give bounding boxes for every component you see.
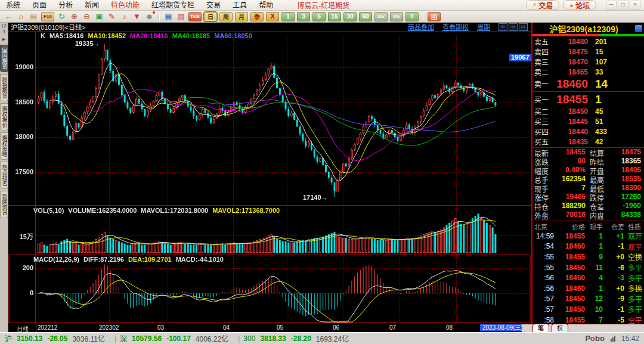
pane-layout-icon[interactable]: ▭ <box>519 23 528 31</box>
price-tick-18500: 18500 <box>8 98 33 106</box>
bid-row-买三[interactable]: 买三1844551 <box>532 116 644 126</box>
trade-button[interactable]: ⚡交易 <box>526 0 560 10</box>
period-15min-button[interactable]: 15 <box>328 12 341 21</box>
menu-系统[interactable]: 系统 <box>0 0 26 11</box>
period-custom-button[interactable]: X <box>266 12 279 21</box>
menu-交易[interactable]: 交易 <box>200 0 227 11</box>
sidebar-tab-期权策略[interactable]: 期权策略 <box>0 132 8 160</box>
vol-label: MAVOL1:172031.8000 <box>141 207 208 214</box>
menu-帮助[interactable]: 帮助 <box>253 0 279 11</box>
price-tag: 19067 <box>509 54 531 61</box>
ask-row-卖一[interactable]: 卖一1846014 <box>532 77 644 91</box>
filter-icon[interactable]: ▼ <box>132 12 142 21</box>
link-周期[interactable]: 周期 <box>477 22 490 32</box>
period-4hr-button[interactable]: 4hr <box>390 12 403 21</box>
period-60min-button[interactable]: 60 <box>359 12 372 21</box>
period-month-button[interactable]: 月 <box>235 12 248 21</box>
volume-tick: 15万 <box>8 231 33 241</box>
sidebar-tab-新闻资讯[interactable]: 新闻资讯 <box>0 191 8 218</box>
macd-tick-200: 200 <box>8 264 33 271</box>
cursor-date-box: 2023-08-09(三) <box>480 324 525 331</box>
macd-label: DEA:109.2701 <box>128 256 172 263</box>
sidebar-pager: 12 <box>1 23 7 29</box>
x-tick-07: 07 <box>389 324 396 331</box>
forum-button[interactable]: ●论坛 <box>563 0 596 10</box>
x-axis: 日线 202212202302030405060708 2023-08-09(三… <box>8 324 531 332</box>
sidebar-expand-arrow[interactable]: ▶ <box>2 37 5 42</box>
macd-label: DIFF:87.2196 <box>83 256 124 263</box>
period-quarter-button[interactable]: 季 <box>250 12 264 21</box>
lightning-icon: ⚡ <box>532 1 537 9</box>
news-icon[interactable]: ▤ <box>29 12 39 21</box>
ask-row-卖二[interactable]: 卖二1846533 <box>532 67 644 77</box>
ma-label: MA60:18050 <box>214 32 252 39</box>
quote-panel: 沪铝2309(a12309) 卖五18480201卖四1847515卖三1847… <box>532 23 644 332</box>
bid-row-买二[interactable]: 买二1845045 <box>532 106 644 116</box>
ask-row-卖五[interactable]: 卖五18480201 <box>532 36 644 47</box>
volume-indicator-row: VOL(5,10)VOLUME:162354.0000MAVOL1:172031… <box>33 207 284 214</box>
high-annotation: 19335→ <box>75 40 100 47</box>
x-tick-202212: 202212 <box>38 324 57 331</box>
menu-特色功能[interactable]: 特色功能 <box>105 0 145 11</box>
period-day-button[interactable]: 日 <box>204 12 217 21</box>
period-year-button[interactable]: Y <box>405 12 419 21</box>
ask-row-卖四[interactable]: 卖四1847515 <box>532 47 644 57</box>
stat-外盘: 外盘78016 <box>532 210 588 221</box>
zoom-out-icon[interactable]: ⊖ <box>82 12 92 21</box>
ask-row-卖三[interactable]: 卖三18470107 <box>532 57 644 67</box>
overlay-icon[interactable]: ▣ <box>94 12 104 21</box>
alert-icon[interactable]: ♪ <box>119 12 129 21</box>
link-商品叠加[interactable]: 商品叠加 <box>408 22 434 32</box>
period-5min-button[interactable]: 5 <box>312 12 326 21</box>
next-pane-icon[interactable]: ⇒ <box>509 23 518 31</box>
bid-row-买一[interactable]: 买一184551 <box>532 92 644 106</box>
menu-分析[interactable]: 分析 <box>52 0 79 11</box>
tab-tick[interactable]: 笔 <box>532 324 549 332</box>
bid-row-买四[interactable]: 买四18440433 <box>532 126 644 137</box>
draw-icon[interactable]: ✎ <box>107 12 117 21</box>
user-icon[interactable]: ☻ <box>144 12 154 21</box>
period-week-button[interactable]: 周 <box>219 12 233 21</box>
ma-label: MA10:18452 <box>88 32 126 39</box>
sidebar-tab-期权报价[interactable]: 期权报价 <box>0 103 8 131</box>
menu-红塔期货专栏[interactable]: 红塔期货专栏 <box>145 0 200 11</box>
panel-settings-icon[interactable] <box>635 25 642 32</box>
period-2hr-button[interactable]: 2hr <box>374 12 388 21</box>
sidebar-tab-股指期货[interactable]: 股指期货 <box>0 74 8 101</box>
toolbar: ←⌂▤F10↻⊕⊖▣✎♪▼☻▦▨Tick日周月季X1351530602hr4hr… <box>0 11 644 23</box>
link-查看期权[interactable]: 查看期权 <box>442 22 469 32</box>
tick-row: :551845011-6多平 <box>532 262 644 273</box>
low-annotation: 17140→ <box>303 194 328 201</box>
menu-工具[interactable]: 工具 <box>227 0 253 11</box>
kline-chart-canvas[interactable] <box>8 32 531 324</box>
period-1min-button[interactable]: 1 <box>281 12 295 21</box>
chart-header: 沪铝2309(010109)<日线> 商品叠加查看期权周期 ⇐⇒▭ <box>8 23 531 32</box>
x-tick-03: 03 <box>157 324 164 331</box>
close-button[interactable]: × <box>630 1 640 10</box>
tab-option[interactable]: 权 <box>552 324 568 332</box>
zoom-in-icon[interactable]: ⊕ <box>69 12 79 21</box>
sidebar-tab-热点排名[interactable]: 热点排名 <box>0 162 8 189</box>
tick-list[interactable]: 14:59184551+1双开:54184601-1双平:55184559+0空… <box>532 231 644 325</box>
maximize-button[interactable]: □ <box>618 1 628 10</box>
prev-pane-icon[interactable]: ⇐ <box>499 23 507 31</box>
menu-新闻[interactable]: 新闻 <box>79 0 105 11</box>
quote-table-icon[interactable]: ▦ <box>163 12 174 21</box>
price-tick-19000: 19000 <box>8 63 33 70</box>
trend-chart-icon[interactable]: ▨ <box>176 12 186 21</box>
sidebar-tab-国内期货[interactable]: 国内期货 <box>0 45 8 72</box>
home-icon[interactable]: ⌂ <box>16 12 26 21</box>
menu-页面[interactable]: 页面 <box>26 0 52 11</box>
minimize-button[interactable]: ─ <box>606 1 617 10</box>
back-icon[interactable]: ← <box>4 12 14 21</box>
tick-row: :56184601+0多换 <box>532 283 644 294</box>
refresh-icon[interactable]: ↻ <box>57 12 67 21</box>
order-book: 卖五18480201卖四1847515卖三18470107卖二1846533卖一… <box>532 36 644 147</box>
bid-row-买五[interactable]: 买五1843542 <box>532 137 644 147</box>
f10-icon[interactable]: F10 <box>41 12 54 21</box>
vol-label: MAVOL2:171368.7000 <box>212 207 280 214</box>
period-3min-button[interactable]: 3 <box>297 12 310 21</box>
tick-chart-button[interactable]: Tick <box>188 12 202 21</box>
period-30min-button[interactable]: 30 <box>343 12 357 21</box>
replay-button[interactable]: 回 <box>428 12 441 21</box>
